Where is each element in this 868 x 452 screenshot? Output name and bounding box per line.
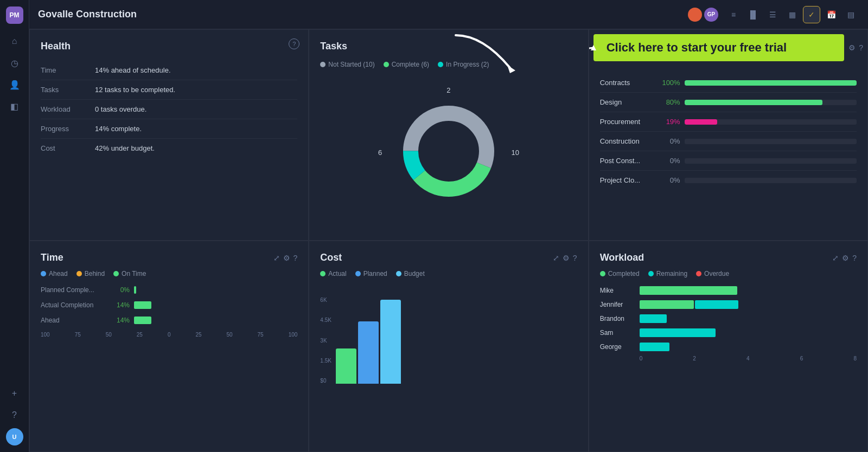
legend-actual: Actual (320, 270, 346, 277)
sidebar-item-home[interactable]: ⌂ (6, 33, 23, 50)
list-view-button[interactable]: ≡ (725, 6, 742, 23)
workload-stack-jennifer (640, 300, 738, 309)
legend-ahead-label: Ahead (49, 270, 68, 277)
cost-bar-budget (380, 300, 401, 384)
legend-overdue: Overdue (696, 270, 729, 277)
time-title: Time (41, 252, 63, 263)
legend-overdue-label: Overdue (704, 270, 729, 277)
time-pct-actual: 14% (110, 301, 130, 309)
time-axis-50l: 50 (106, 332, 112, 338)
progress-fill-design (685, 100, 822, 105)
bar-view-button[interactable]: ▐▌ (744, 6, 762, 23)
table-view-button[interactable]: ▦ (783, 6, 801, 23)
workload-settings-icon[interactable]: ⚙ (842, 254, 849, 262)
cost-settings-icon[interactable]: ⚙ (563, 254, 570, 262)
time-help-icon[interactable]: ? (293, 254, 298, 262)
time-axis-25l: 25 (137, 332, 143, 338)
time-axis-75l: 75 (75, 332, 81, 338)
on-time-dot (113, 271, 119, 276)
help-icon[interactable]: ? (859, 43, 863, 52)
cta-row: Click here to start your free trial ⚙ ? (593, 34, 863, 61)
sidebar-item-add[interactable]: + (6, 385, 23, 402)
workload-expand-icon[interactable]: ⤢ (832, 254, 839, 262)
workload-panel: Workload ⤢ ⚙ ? Completed Remaining (589, 241, 868, 452)
cost-legend: Actual Planned Budget (320, 270, 577, 277)
calendar-view-button[interactable]: 📅 (822, 6, 840, 23)
sidebar-item-briefcase[interactable]: ◧ (6, 98, 23, 115)
workload-help-icon[interactable]: ? (852, 254, 857, 262)
health-value-cost: 42% under budget. (95, 144, 155, 152)
sidebar-item-clock[interactable]: ◷ (6, 54, 23, 72)
workload-legend: Completed Remaining Overdue (600, 270, 857, 277)
progress-pct-procurement: 19% (659, 118, 680, 126)
workload-stack-sam (640, 328, 716, 337)
progress-fill-procurement (685, 119, 717, 125)
avatar-1[interactable] (688, 8, 702, 22)
time-bar-ahead-fill (134, 317, 151, 324)
progress-track-procurement (685, 119, 857, 125)
settings-icon[interactable]: ⚙ (848, 43, 856, 52)
progress-pct-construction: 0% (659, 137, 680, 145)
y-4-5k: 4.5K (320, 317, 331, 323)
legend-remaining: Remaining (648, 270, 687, 277)
health-value-time: 14% ahead of schedule. (95, 66, 171, 74)
x-4: 4 (746, 356, 750, 361)
time-pct-planned: 0% (110, 286, 130, 294)
not-started-dot (320, 62, 326, 67)
workload-title: Workload (600, 252, 644, 263)
time-label-planned: Planned Comple... (41, 286, 106, 294)
progress-track-design (685, 100, 857, 105)
health-table: Time 14% ahead of schedule. Tasks 12 tas… (41, 61, 297, 158)
sidebar-item-users[interactable]: 👤 (6, 76, 23, 93)
app-logo[interactable]: PM (6, 7, 23, 24)
cost-expand-icon[interactable]: ⤢ (553, 254, 559, 262)
completed-dot (600, 271, 605, 276)
budget-dot (396, 271, 401, 276)
cost-bar-planned (358, 321, 379, 384)
arrow-svg (589, 29, 604, 56)
legend-planned-label: Planned (363, 270, 387, 277)
user-avatar[interactable]: U (6, 428, 23, 445)
workload-name-george: George (600, 343, 635, 351)
progress-label-project-clo: Project Clo... (600, 176, 654, 184)
remaining-dot (648, 271, 654, 276)
time-axis-25r: 25 (195, 332, 201, 338)
workload-row-mike: Mike (600, 286, 857, 295)
cost-chart: 6K 4.5K 3K 1.5K $0 (320, 286, 577, 384)
workload-row-sam: Sam (600, 328, 857, 337)
workload-name-brandon: Brandon (600, 315, 635, 322)
progress-label-post-const: Post Const... (600, 157, 654, 165)
x-2: 2 (693, 356, 696, 361)
legend-on-time: On Time (113, 270, 146, 277)
health-value-progress: 14% complete. (95, 125, 142, 133)
workload-name-jennifer: Jennifer (600, 301, 635, 308)
progress-label-procurement: Procurement (600, 118, 654, 126)
progress-track-contracts (685, 80, 857, 86)
progress-row-project-clo: Project Clo... 0% (600, 171, 857, 190)
dashboard: Health ? Time 14% ahead of schedule. Tas… (29, 29, 868, 452)
cost-bars (336, 297, 577, 384)
workload-header: Workload ⤢ ⚙ ? (600, 252, 857, 263)
health-row-time: Time 14% ahead of schedule. (41, 61, 297, 80)
overdue-dot (696, 271, 701, 276)
time-bar-planned: Planned Comple... 0% (41, 286, 297, 294)
doc-view-button[interactable]: ▤ (842, 6, 859, 23)
cost-help-icon[interactable]: ? (573, 254, 577, 262)
health-help-icon[interactable]: ? (289, 38, 299, 49)
y-0: $0 (320, 378, 331, 384)
menu-view-button[interactable]: ☰ (764, 6, 781, 23)
health-label-progress: Progress (41, 125, 95, 133)
free-trial-banner[interactable]: Click here to start your free trial (593, 34, 845, 61)
time-settings-icon[interactable]: ⚙ (283, 254, 290, 262)
avatar-2[interactable]: GP (704, 8, 718, 22)
sidebar-item-help[interactable]: ? (6, 406, 23, 424)
y-1-5k: 1.5K (320, 358, 331, 364)
time-expand-icon[interactable]: ⤢ (273, 254, 280, 262)
chart-view-button[interactable]: ✓ (803, 6, 820, 23)
progress-row-design: Design 80% (600, 93, 857, 112)
cost-actions: ⤢ ⚙ ? (553, 254, 577, 262)
progress-label-contracts: Contracts (600, 79, 654, 87)
legend-not-started-label: Not Started (10) (328, 61, 374, 68)
legend-completed: Completed (600, 270, 640, 277)
time-label-ahead: Ahead (41, 317, 106, 324)
